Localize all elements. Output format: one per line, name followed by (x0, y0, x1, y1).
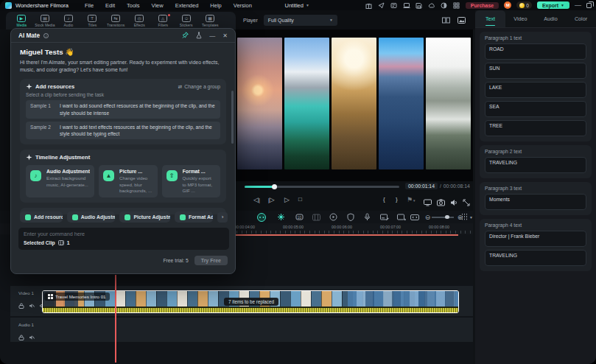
stop-button[interactable]: □ (298, 195, 302, 204)
command-input[interactable]: Enter your command here Selected Clip 1 (18, 228, 229, 250)
fullscreen-icon[interactable] (463, 196, 470, 209)
gift-icon[interactable] (365, 1, 373, 9)
pin-icon[interactable] (182, 32, 189, 40)
seek-bar[interactable] (245, 186, 399, 188)
text-field-director[interactable]: Director | Frank Bieber (485, 231, 586, 247)
menu-help[interactable]: Help (204, 2, 227, 9)
chip-add-resources[interactable]: Add resources (20, 211, 63, 223)
tab-filters[interactable]: ◬Filters (152, 15, 174, 27)
marker-icon[interactable]: ⚑▼ (407, 195, 416, 206)
chip-format-adjustment[interactable]: Format Adju (175, 211, 213, 223)
ai-mate-header[interactable]: AI Mate i — ✕ (11, 29, 235, 43)
close-panel-icon[interactable]: ✕ (222, 32, 228, 39)
quality-select[interactable]: Full Quality▼ (264, 15, 337, 26)
sample-2[interactable]: Sample 2 I want to add text effects reso… (26, 122, 220, 139)
text-field-lake[interactable]: LAKE (485, 82, 586, 98)
theme-icon[interactable] (441, 1, 448, 9)
tab-effects[interactable]: ◎Effects (128, 15, 150, 27)
menu-view[interactable]: View (146, 2, 169, 9)
split-screen-icon[interactable] (442, 13, 450, 27)
chips-next-button[interactable]: › (217, 212, 228, 223)
text-field-sea[interactable]: SEA (485, 101, 586, 117)
mute-icon[interactable] (29, 330, 35, 343)
lock-icon[interactable] (18, 330, 24, 343)
lock-icon[interactable] (18, 298, 24, 312)
tab-stickers[interactable]: ☺Stickers (175, 15, 197, 27)
text-field-sun[interactable]: SUN (485, 63, 586, 79)
tab-text[interactable]: Text (475, 10, 505, 27)
change-group-button[interactable]: ⇄Change a group (178, 84, 220, 90)
chip-audio-adjustment[interactable]: Audio Adjustment (67, 211, 116, 223)
film-button[interactable] (312, 212, 321, 222)
mute-icon[interactable] (29, 298, 35, 312)
apps-grid-icon[interactable] (453, 1, 460, 9)
ai-copilot-button[interactable] (256, 212, 266, 222)
menu-edit[interactable]: Edit (99, 2, 121, 9)
menu-version[interactable]: Version (228, 2, 258, 9)
tab-video[interactable]: Video (505, 10, 536, 27)
purchase-button[interactable]: Purchase (466, 2, 499, 9)
mark-out-button[interactable]: } (396, 195, 398, 204)
panel-scrollbar[interactable] (231, 91, 234, 144)
replace-items-badge[interactable]: 7 items to be replaced (224, 298, 278, 306)
feature-format-adjustment[interactable]: ⇧ Format ... Quickly export to MP3 forma… (162, 165, 220, 197)
project-title[interactable]: Untitled▼ (284, 2, 309, 9)
tab-color[interactable]: Color (566, 10, 596, 27)
text-field-tree[interactable]: TREE (485, 120, 586, 136)
track-manager-icon[interactable] (461, 213, 468, 220)
play-button[interactable]: ▷ (284, 195, 290, 204)
tab-stock-media[interactable]: ▤Stock Media (34, 15, 56, 27)
shield-button[interactable] (346, 212, 355, 222)
subtitle-edit-button[interactable] (379, 212, 389, 222)
tab-audio[interactable]: ♪Audio (57, 15, 80, 27)
volume-icon[interactable] (450, 196, 458, 209)
auto-ripple-button[interactable] (410, 212, 419, 222)
text-field-traveling-2[interactable]: TRAVELING (485, 250, 586, 266)
avatar[interactable]: M (504, 1, 511, 9)
video-preview[interactable] (236, 29, 473, 181)
zoom-slider-handle[interactable] (445, 215, 449, 220)
next-frame-button[interactable]: |▷ (268, 195, 275, 205)
try-free-button[interactable]: Try Free (194, 256, 228, 265)
tab-transitions[interactable]: ⇆Transitions (105, 15, 127, 27)
tab-media[interactable]: ▶Media (10, 15, 32, 27)
mask-preview-icon[interactable] (457, 13, 466, 27)
coins-badge[interactable]: 0 (516, 1, 532, 9)
export-button[interactable]: Export▼ (537, 1, 569, 9)
lab-flask-icon[interactable] (196, 32, 202, 40)
mirror-screen-icon[interactable] (424, 196, 432, 209)
minimize-panel-icon[interactable]: — (209, 32, 215, 39)
record-voiceover-button[interactable] (362, 212, 372, 222)
tab-audio-props[interactable]: Audio (536, 10, 566, 27)
feature-audio-adjustment[interactable]: ♪ Audio Adjustment Extract background mu… (26, 165, 94, 197)
clip-tag-button[interactable]: 10 (295, 212, 304, 222)
restore-button[interactable] (586, 3, 592, 8)
minimize-button[interactable]: — (575, 3, 581, 7)
feature-picture-adjustment[interactable]: ▲ Picture ... Change video speed, blur b… (99, 165, 157, 197)
previous-frame-button[interactable]: ◁| (253, 195, 260, 205)
seek-handle[interactable] (272, 184, 277, 189)
text-field-traveling-1[interactable]: TRAVELING (485, 157, 586, 173)
render-preview-button[interactable] (329, 212, 338, 222)
mark-in-button[interactable]: { (383, 195, 385, 204)
feedback-icon[interactable] (390, 1, 398, 9)
menu-file[interactable]: File (79, 2, 99, 9)
text-field-moments[interactable]: Moments (485, 194, 586, 210)
tab-templates[interactable]: ▦Templates (199, 15, 221, 27)
sample-1[interactable]: Sample 1 I want to add sound effect reso… (26, 100, 220, 118)
ai-magic-button[interactable] (276, 212, 286, 222)
chip-picture-adjustment[interactable]: Picture Adjustment (119, 211, 169, 223)
device-icon[interactable] (403, 1, 410, 9)
timeline-clip[interactable]: Travel Memories Intro 01 7 items to be r… (42, 290, 459, 313)
send-icon[interactable] (378, 1, 385, 9)
menu-extended[interactable]: Extended (169, 2, 205, 9)
info-icon[interactable]: i (43, 33, 49, 38)
menu-tools[interactable]: Tools (121, 2, 146, 9)
chevron-down-icon[interactable]: ▼ (469, 215, 473, 220)
save-icon[interactable] (416, 1, 423, 9)
text-field-road[interactable]: ROAD (485, 43, 586, 60)
screen-record-button[interactable] (396, 212, 406, 222)
playhead[interactable] (115, 275, 116, 363)
tab-titles[interactable]: TTitles (81, 15, 103, 27)
snapshot-icon[interactable] (437, 196, 445, 209)
